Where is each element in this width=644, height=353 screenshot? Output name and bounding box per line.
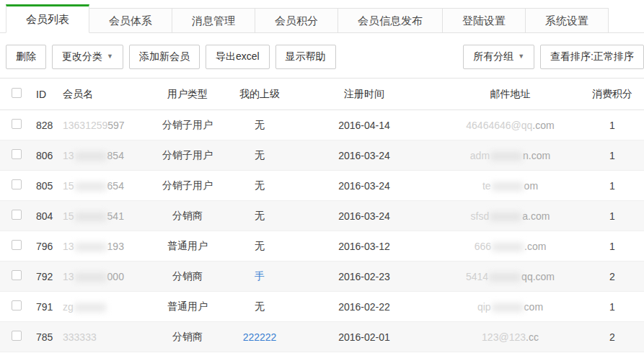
redacted-name-blur <box>74 303 106 312</box>
table-row: 828 13631259597 分销子用户 无 2016-04-14 46464… <box>0 110 644 140</box>
row-checkbox[interactable] <box>12 331 22 341</box>
header-name: 会员名 <box>61 79 144 110</box>
cell-reg-date: 2016-03-24 <box>288 171 440 201</box>
tab-system-settings[interactable]: 系统设置 <box>526 8 609 33</box>
cell-user-type: 普通用户 <box>144 292 231 322</box>
show-help-button[interactable]: 显示帮助 <box>275 45 336 69</box>
row-checkbox[interactable] <box>12 179 22 189</box>
cell-points: 1 <box>581 171 644 201</box>
redacted-name-blur <box>75 152 107 161</box>
cell-upline[interactable]: 手 <box>231 262 288 292</box>
cell-user-type: 分销子用户 <box>144 110 231 140</box>
cell-id: 796 <box>32 231 61 262</box>
redacted-name-blur <box>75 182 107 191</box>
email-visible-start: 666 <box>475 241 491 252</box>
cell-member-name: 13854 <box>61 140 144 171</box>
email-visible-end: qq.com <box>521 271 555 282</box>
cell-id: 785 <box>32 322 61 352</box>
tab-member-points[interactable]: 会员积分 <box>255 8 338 33</box>
member-name-visible-end: 193 <box>107 241 124 252</box>
button-label: 导出excel <box>216 50 260 62</box>
cell-points: 1 <box>581 110 644 140</box>
row-checkbox[interactable] <box>12 270 22 280</box>
email-visible-end: .com <box>524 241 546 252</box>
cell-member-name: 15541 <box>61 201 144 231</box>
cell-id: 791 <box>32 292 61 322</box>
button-label: 更改分类 <box>62 50 102 62</box>
tab-member-system[interactable]: 会员体系 <box>89 8 172 33</box>
select-all-checkbox[interactable] <box>12 88 22 98</box>
cell-email: 666.com <box>440 231 581 262</box>
table-row: 785 333333 分销商 222222 2016-02-01 123@123… <box>0 322 644 352</box>
table-row: 804 15541 分销商 无 2016-03-24 sfsda.com 1 <box>0 201 644 231</box>
row-checkbox[interactable] <box>12 149 22 159</box>
cell-member-name: 333333 <box>61 322 144 352</box>
table-row: 791 zg 普通用户 无 2016-02-22 qipcom 1 <box>0 292 644 322</box>
button-label: 查看排序:正常排序 <box>550 50 634 62</box>
add-member-button[interactable]: 添加新会员 <box>129 45 200 69</box>
redacted-email-blur <box>492 182 524 191</box>
tab-member-info-publish[interactable]: 会员信息发布 <box>338 8 443 33</box>
cell-reg-date: 2016-04-14 <box>288 110 440 140</box>
member-name-visible-start: 15 <box>63 180 74 192</box>
export-excel-button[interactable]: 导出excel <box>206 45 270 69</box>
cell-upline: 无 <box>231 231 288 262</box>
row-checkbox[interactable] <box>12 119 22 129</box>
cell-reg-date: 2016-02-23 <box>288 262 440 292</box>
redacted-email-blur <box>490 213 521 221</box>
button-label: 显示帮助 <box>286 50 326 62</box>
tab-label: 会员列表 <box>26 13 69 25</box>
cell-upline: 无 <box>231 140 288 171</box>
member-name-visible-start: zg <box>63 301 74 313</box>
table-header-row: ID 会员名 用户类型 我的上级 注册时间 邮件地址 消费积分 <box>0 79 644 110</box>
button-label: 所有分组 <box>473 50 513 62</box>
view-sort-button[interactable]: 查看排序:正常排序 <box>540 45 644 69</box>
cell-email: teom <box>440 171 581 201</box>
tab-member-list[interactable]: 会员列表 <box>6 4 89 33</box>
tab-label: 消息管理 <box>192 14 235 27</box>
change-category-dropdown[interactable]: 更改分类▼ <box>52 45 123 69</box>
email-visible-end: .com <box>532 120 554 131</box>
cell-reg-date: 2016-02-01 <box>288 322 440 352</box>
cell-reg-date: 2016-02-22 <box>288 292 440 322</box>
caret-down-icon: ▼ <box>518 53 524 60</box>
cell-member-name: 15654 <box>61 171 144 201</box>
all-groups-dropdown[interactable]: 所有分组▼ <box>463 45 534 69</box>
member-name-visible-start: 13 <box>63 150 74 161</box>
cell-member-name: 13193 <box>61 231 144 262</box>
cell-user-type: 分销子用户 <box>144 171 231 201</box>
cell-user-type: 分销商 <box>144 201 231 231</box>
cell-upline: 无 <box>231 110 288 140</box>
delete-button[interactable]: 删除 <box>6 45 46 69</box>
tab-label: 会员信息发布 <box>358 14 423 27</box>
tab-label: 系统设置 <box>545 14 588 27</box>
header-reg-date: 注册时间 <box>288 79 440 110</box>
cell-email: 123@123.cc <box>440 322 581 352</box>
cell-user-type: 分销商 <box>144 262 231 292</box>
table-row: 806 13854 分销子用户 无 2016-03-24 admn.com 1 <box>0 140 644 171</box>
table-row: 805 15654 分销子用户 无 2016-03-24 teom 1 <box>0 171 644 201</box>
email-visible-start: te <box>482 180 491 192</box>
cell-member-name: zg <box>61 292 144 322</box>
tab-message-management[interactable]: 消息管理 <box>172 8 255 33</box>
member-name-visible-end: 597 <box>107 120 124 131</box>
cell-id: 804 <box>32 201 61 231</box>
tab-label: 登陆设置 <box>462 14 506 27</box>
member-name-visible-start: 13631259 <box>63 120 107 131</box>
email-visible-end: om <box>524 180 538 192</box>
header-type: 用户类型 <box>144 79 231 110</box>
cell-id: 806 <box>32 140 61 171</box>
member-name-visible-end: 541 <box>107 210 124 222</box>
cell-email: 5414qq.com <box>440 262 581 292</box>
cell-upline[interactable]: 222222 <box>231 322 288 352</box>
email-visible-end: .cc <box>526 331 539 343</box>
tab-bar: 会员列表会员体系消息管理会员积分会员信息发布登陆设置系统设置 <box>0 0 644 33</box>
row-checkbox[interactable] <box>12 300 22 310</box>
toolbar: 删除更改分类▼添加新会员导出excel显示帮助 所有分组▼查看排序:正常排序 <box>0 33 644 78</box>
cell-user-type: 分销商 <box>144 322 231 352</box>
row-checkbox[interactable] <box>12 240 22 250</box>
toolbar-left: 删除更改分类▼添加新会员导出excel显示帮助 <box>6 45 342 69</box>
email-visible-start: adm <box>470 150 490 161</box>
row-checkbox[interactable] <box>12 210 22 220</box>
tab-login-settings[interactable]: 登陆设置 <box>443 8 526 33</box>
